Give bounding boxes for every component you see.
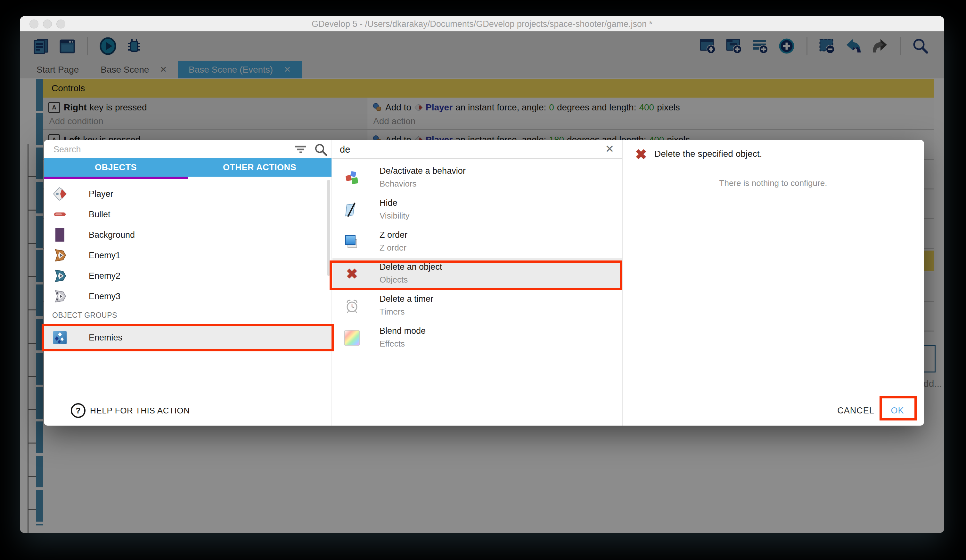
action-list-item-selected[interactable]: ✖ Delete an object Objects bbox=[332, 258, 622, 290]
tab-other-actions[interactable]: OTHER ACTIONS bbox=[188, 158, 332, 177]
bullet-object-icon bbox=[52, 207, 67, 222]
group-name: Enemies bbox=[89, 326, 122, 349]
action-title: Hide bbox=[380, 198, 398, 208]
object-list-item[interactable]: Enemy1 bbox=[44, 245, 332, 265]
timer-action-icon bbox=[344, 298, 360, 314]
action-title: Delete an object bbox=[380, 262, 442, 272]
object-groups-header: OBJECT GROUPS bbox=[52, 311, 117, 320]
action-category: Effects bbox=[380, 339, 405, 349]
delete-object-action-icon: ✖ bbox=[344, 266, 360, 282]
object-name: Background bbox=[89, 224, 135, 245]
object-list-item[interactable]: Enemy3 bbox=[44, 286, 332, 306]
cancel-button[interactable]: CANCEL bbox=[830, 406, 881, 416]
nothing-to-configure-text: There is nothing to configure. bbox=[622, 178, 924, 188]
action-category: Behaviors bbox=[380, 179, 417, 189]
action-list-item[interactable]: Delete a timer Timers bbox=[332, 290, 622, 322]
object-name: Enemy2 bbox=[89, 265, 120, 286]
object-list-item[interactable]: Player bbox=[44, 184, 332, 204]
dialog-tab-bar: OBJECTS OTHER ACTIONS bbox=[44, 158, 332, 177]
active-tab-indicator bbox=[44, 177, 188, 179]
help-icon[interactable]: ? bbox=[71, 403, 85, 418]
action-category: Timers bbox=[380, 307, 404, 317]
window-title: GDevelop 5 - /Users/dkarakay/Documents/G… bbox=[20, 16, 944, 31]
delete-object-icon: ✖ bbox=[635, 147, 647, 162]
clear-search-icon[interactable]: ✕ bbox=[605, 142, 614, 155]
object-search-input[interactable] bbox=[53, 141, 288, 157]
title-bar: GDevelop 5 - /Users/dkarakay/Documents/G… bbox=[20, 16, 944, 32]
action-title: De/activate a behavior bbox=[380, 166, 466, 176]
action-list-item[interactable]: Z order Z order bbox=[332, 226, 622, 258]
enemies-group-icon bbox=[52, 330, 67, 345]
action-list-item[interactable]: De/activate a behavior Behaviors bbox=[332, 162, 622, 194]
action-title: Delete a timer bbox=[380, 294, 433, 304]
z-order-action-icon bbox=[344, 234, 360, 250]
ok-button[interactable]: OK bbox=[886, 406, 909, 416]
column-divider bbox=[332, 140, 332, 426]
action-category: Visibility bbox=[380, 211, 409, 221]
object-list-scrollbar[interactable] bbox=[327, 180, 330, 276]
hide-action-icon bbox=[344, 202, 360, 218]
action-list-item[interactable]: Blend mode Effects bbox=[332, 322, 622, 354]
object-name: Enemy1 bbox=[89, 245, 120, 265]
object-list-item[interactable]: Background bbox=[44, 224, 332, 245]
action-category: Z order bbox=[380, 243, 406, 253]
enemy1-object-icon bbox=[52, 248, 67, 263]
object-list-item[interactable]: Bullet bbox=[44, 204, 332, 224]
object-group-item-enemies[interactable]: Enemies bbox=[44, 326, 332, 349]
object-name: Player bbox=[89, 184, 113, 204]
action-description: Delete the specified object. bbox=[654, 149, 762, 159]
enemy3-object-icon bbox=[52, 289, 67, 304]
enemy2-object-icon bbox=[52, 268, 67, 283]
blend-mode-action-icon bbox=[344, 330, 360, 346]
behavior-action-icon bbox=[344, 170, 360, 186]
action-list-item[interactable]: Hide Visibility bbox=[332, 194, 622, 226]
action-editor-dialog: ✕ OBJECTS OTHER ACTIONS Player bbox=[44, 140, 924, 426]
action-title: Blend mode bbox=[380, 326, 426, 336]
filter-icon[interactable] bbox=[294, 144, 307, 157]
object-list-item[interactable]: Enemy2 bbox=[44, 265, 332, 286]
object-name: Enemy3 bbox=[89, 286, 120, 306]
help-button[interactable]: HELP FOR THIS ACTION bbox=[90, 406, 190, 416]
action-title: Z order bbox=[380, 230, 407, 240]
object-name: Bullet bbox=[89, 204, 110, 224]
search-icon bbox=[314, 143, 328, 158]
background-object-icon bbox=[52, 227, 67, 242]
tab-objects[interactable]: OBJECTS bbox=[44, 158, 188, 177]
action-category: Objects bbox=[380, 275, 408, 285]
player-object-icon bbox=[52, 186, 67, 201]
action-search-input[interactable] bbox=[339, 141, 590, 157]
search-underline bbox=[332, 159, 622, 159]
app-window: GDevelop 5 - /Users/dkarakay/Documents/G… bbox=[20, 16, 944, 533]
